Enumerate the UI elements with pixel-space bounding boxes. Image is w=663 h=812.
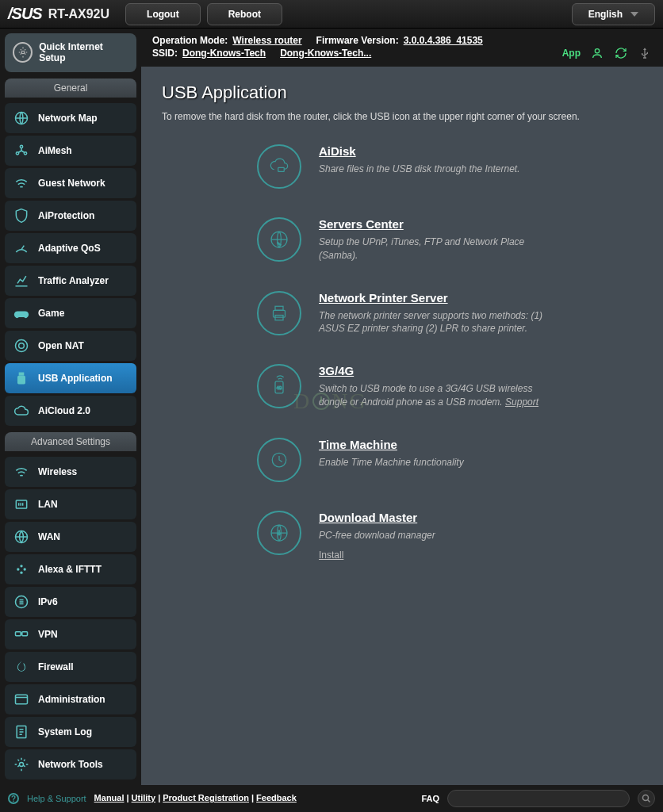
manual-link[interactable]: Manual (94, 793, 125, 802)
svg-point-12 (24, 568, 26, 570)
app-title[interactable]: Download Master (319, 511, 417, 524)
nav-firewall[interactable]: Firewall (5, 652, 136, 682)
nav-usb-application[interactable]: USB Application (5, 363, 136, 393)
tools-icon (13, 756, 30, 773)
chevron-down-icon (630, 12, 638, 17)
app-title[interactable]: Servers Center (319, 217, 404, 231)
nav-guest-network[interactable]: Guest Network (5, 168, 136, 198)
app-desc: Switch to USB mode to use a 3G/4G USB wi… (319, 382, 549, 409)
admin-icon (13, 691, 30, 708)
nav-vpn[interactable]: VPN (5, 619, 136, 649)
nav-game[interactable]: Game (5, 298, 136, 328)
quick-internet-setup[interactable]: Quick Internet Setup (5, 33, 136, 72)
svg-rect-8 (17, 375, 25, 384)
install-link[interactable]: Install (319, 550, 343, 561)
modem-icon[interactable]: 4G (257, 364, 301, 408)
download-icon[interactable] (257, 511, 301, 555)
svg-rect-9 (16, 500, 26, 508)
svg-point-31 (643, 795, 649, 801)
product-reg-link[interactable]: Product Registration (163, 793, 249, 802)
app-item-aidisk: AiDiskShare files in the USB disk throug… (257, 144, 642, 189)
aidisk-icon[interactable] (257, 144, 301, 189)
alexa-icon (13, 561, 30, 578)
mesh-icon (13, 142, 30, 159)
asus-logo: /SUS (8, 5, 42, 23)
nav-wan[interactable]: WAN (5, 522, 136, 552)
nav-network-map[interactable]: Network Map (5, 103, 136, 133)
log-icon (13, 723, 30, 741)
ipv6-icon (13, 593, 30, 611)
faq-label: FAQ (421, 794, 439, 803)
app-title[interactable]: AiDisk (319, 144, 356, 158)
svg-point-14 (20, 571, 22, 573)
nav-wireless[interactable]: Wireless (5, 457, 136, 487)
fw-value[interactable]: 3.0.0.4.386_41535 (404, 35, 483, 46)
reboot-button[interactable]: Reboot (207, 3, 282, 25)
nav-administration[interactable]: Administration (5, 684, 136, 714)
faq-search-button[interactable] (638, 790, 655, 807)
sidebar: Quick Internet Setup General Network Map… (0, 29, 141, 785)
svg-rect-16 (16, 631, 21, 635)
svg-rect-7 (19, 372, 25, 375)
utility-link[interactable]: Utility (132, 793, 156, 802)
op-mode-value[interactable]: Wireless router (232, 35, 301, 46)
logout-button[interactable]: Logout (125, 3, 201, 25)
nav-ipv6[interactable]: IPv6 (5, 587, 136, 617)
language-dropdown[interactable]: English (572, 3, 655, 25)
nav-aicloud-2-0[interactable]: AiCloud 2.0 (5, 396, 136, 426)
svg-point-11 (17, 568, 19, 570)
nav-adaptive-qos[interactable]: Adaptive QoS (5, 233, 136, 263)
nav-open-nat[interactable]: Open NAT (5, 331, 136, 361)
app-link[interactable]: App (562, 48, 581, 59)
svg-point-21 (595, 49, 599, 53)
ssid-label: SSID: (152, 48, 178, 59)
svg-point-13 (20, 565, 22, 567)
clock-icon[interactable] (257, 438, 301, 482)
app-title[interactable]: Time Machine (319, 438, 397, 451)
svg-rect-18 (16, 695, 28, 704)
app-item-download-master: Download MasterPC-free download managerI… (257, 511, 642, 561)
svg-text:4G: 4G (277, 385, 282, 390)
meter-icon (13, 239, 30, 257)
wifi-icon (13, 174, 30, 192)
nav-alexa-ifttt[interactable]: Alexa & IFTTT (5, 554, 136, 584)
printer-icon[interactable] (257, 291, 301, 335)
page-desc: To remove the hard disk from the router,… (162, 111, 642, 122)
app-title[interactable]: 3G/4G (319, 364, 354, 377)
svg-rect-17 (22, 631, 28, 635)
svg-rect-22 (278, 167, 285, 171)
fw-label: Firmware Version: (316, 35, 399, 46)
advanced-header: Advanced Settings (5, 432, 136, 451)
support-link[interactable]: Support (505, 396, 538, 408)
ssid-1[interactable]: Dong-Knows-Tech (182, 48, 266, 59)
cloud-icon (13, 402, 30, 419)
faq-input[interactable] (447, 790, 630, 807)
nav-aimesh[interactable]: AiMesh (5, 136, 136, 166)
ssid-2[interactable]: Dong-Knows-Tech... (280, 48, 371, 59)
nav-aiprotection[interactable]: AiProtection (5, 201, 136, 231)
gear-icon (13, 42, 33, 63)
nat-icon (13, 337, 30, 354)
nav-lan[interactable]: LAN (5, 489, 136, 519)
help-support-link[interactable]: Help & Support (27, 794, 86, 803)
refresh-icon[interactable] (614, 46, 628, 60)
nav-traffic-analyzer[interactable]: Traffic Analyzer (5, 266, 136, 296)
globe-icon (13, 109, 30, 127)
wan-icon (13, 528, 30, 546)
language-label: English (588, 9, 623, 20)
page-title: USB Application (162, 82, 642, 103)
servers-icon[interactable] (257, 217, 301, 262)
op-mode-label: Operation Mode: (152, 35, 228, 46)
feedback-link[interactable]: Feedback (256, 793, 297, 802)
model-name: RT-AX92U (48, 7, 109, 21)
chart-icon (13, 272, 30, 289)
nav-network-tools[interactable]: Network Tools (5, 749, 136, 779)
app-title[interactable]: Network Printer Server (319, 291, 448, 304)
user-icon[interactable] (590, 46, 604, 60)
app-desc: Share files in the USB disk through the … (319, 163, 549, 176)
svg-rect-25 (275, 306, 283, 310)
app-desc: Enable Time Machine functionality (319, 456, 549, 469)
status-bar: Operation Mode: Wireless router Firmware… (141, 29, 663, 67)
usb-icon[interactable] (638, 46, 652, 60)
nav-system-log[interactable]: System Log (5, 717, 136, 747)
